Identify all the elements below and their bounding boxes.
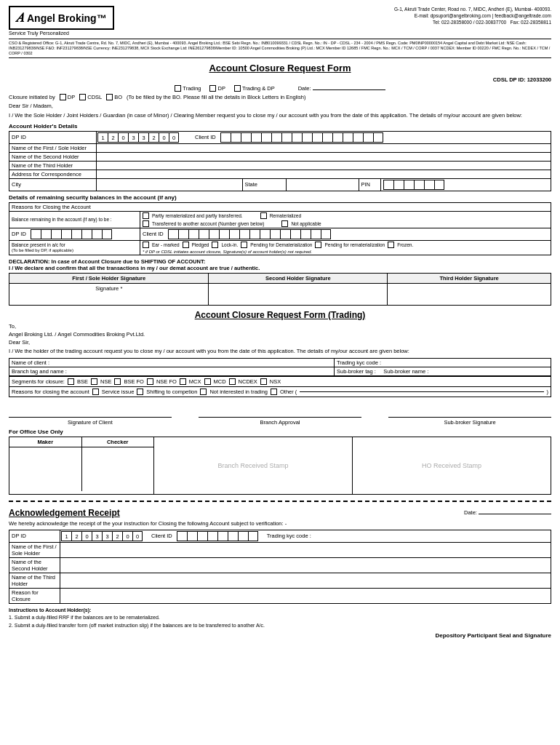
city-state-inner: State PIN <box>97 179 551 191</box>
signature-row: Signature of Client Branch Approval Sub-… <box>9 403 551 426</box>
checkbox-trading-dp[interactable]: Trading & DP <box>234 85 275 92</box>
cb-trading[interactable] <box>175 85 181 92</box>
checkbox-trading[interactable]: Trading <box>175 85 201 92</box>
trading-body: I / We the holder of the trading account… <box>9 347 551 355</box>
ack-reason-row: Reason for Closure <box>9 588 551 603</box>
cb-ncdex[interactable] <box>229 378 236 385</box>
ho-stamp-label: HO Received Stamp <box>422 462 481 469</box>
cb-trading-dp[interactable] <box>234 85 241 92</box>
cb-closure-bo[interactable] <box>106 94 113 100</box>
instruction-2: 2. Submit a duly-filled transfer form (o… <box>9 623 265 628</box>
sig-second-header: Second Holder Signature <box>209 273 388 283</box>
first-holder-label: Name of the First / Sole Holder <box>9 143 97 152</box>
cb-bsefo[interactable] <box>114 378 121 385</box>
sub-broker-name-label: Sub-broker name : <box>383 368 428 375</box>
cb-lockin[interactable] <box>212 242 218 248</box>
city-value[interactable] <box>97 179 242 191</box>
reasons-closing-label: Reasons for closing the account <box>12 389 89 395</box>
ack-cid-b7 <box>238 531 248 541</box>
state-value[interactable] <box>286 179 359 191</box>
date-input-line[interactable] <box>313 89 385 90</box>
cb-closure-dp[interactable] <box>60 94 66 100</box>
cb-mcx[interactable] <box>180 378 186 385</box>
cb-frozen[interactable] <box>388 242 394 248</box>
ack-first-holder-value[interactable] <box>60 542 551 557</box>
dp-box-7: 0 <box>159 132 169 143</box>
dp-box-8: 0 <box>169 132 179 143</box>
cid2-b14 <box>300 229 311 239</box>
maker-label: Maker <box>9 437 82 447</box>
cid2-b10 <box>260 229 270 239</box>
ack-third-holder-row: Name of the Third Holder <box>9 573 551 588</box>
cb-other[interactable] <box>271 389 277 395</box>
balance-row: Balance remaining in the account (if any… <box>9 211 551 228</box>
office-grid: Maker Checker Branch Received Stamp HO R… <box>9 437 551 495</box>
ack-date: Date: <box>464 509 551 516</box>
checkbox-closure-dp[interactable]: DP <box>60 94 75 100</box>
maker-checker-header: Maker Checker <box>9 437 153 447</box>
dear-trading: Dear Sir, <box>9 339 551 346</box>
cid-box-9 <box>302 132 312 143</box>
checkbox-closure-cdsl[interactable]: CDSL <box>79 94 102 100</box>
reasons-label: Reasons for Closing the Account <box>9 202 551 211</box>
ack-second-holder-value[interactable] <box>60 557 551 573</box>
ack-date-line[interactable] <box>479 514 551 514</box>
ack-third-holder-label: Name of the Third Holder <box>9 573 60 588</box>
second-holder-value[interactable] <box>97 152 551 161</box>
dp-box-6: 2 <box>148 132 159 143</box>
cid-box-6 <box>271 132 281 143</box>
cb-partly[interactable] <box>143 212 149 219</box>
sig-client-line <box>9 403 172 418</box>
ack-second-holder-row: Name of the Second Holder <box>9 557 551 573</box>
cb-bse[interactable] <box>68 378 74 385</box>
cb-dp[interactable] <box>209 85 216 92</box>
cb-closure-cdsl[interactable] <box>79 94 86 100</box>
cb-pending-demat[interactable] <box>241 242 247 248</box>
ack-reason-value[interactable] <box>60 588 551 603</box>
sig-branch: Branch Approval <box>199 403 361 426</box>
sig-subbroker: Sub-broker Signature <box>388 403 551 426</box>
logo-icon: 𝐴 <box>16 10 24 25</box>
cb-pending-remat[interactable] <box>315 242 321 248</box>
cb-nsx[interactable] <box>260 378 267 385</box>
ack-title: Acknowledgement Receipt <box>9 508 120 518</box>
ack-table: DP ID 1 2 0 3 3 2 0 0 Client ID <box>9 530 551 604</box>
second-holder-label: Name of the Second Holder <box>9 152 97 161</box>
pin-label: PIN <box>359 179 380 191</box>
sig-branch-line <box>199 403 361 418</box>
city-label: City <box>9 178 97 191</box>
third-holder-value[interactable] <box>97 161 551 170</box>
client-name-row: Name of client : Trading kyc code : <box>9 358 551 367</box>
cdsl-note: * if DP or CDSL initiates account closur… <box>143 250 548 254</box>
form-type-checkboxes: Trading DP Trading & DP Date: <box>9 85 551 92</box>
cb-remat[interactable] <box>260 212 267 219</box>
cid2-b9 <box>249 229 260 239</box>
other-input-line[interactable] <box>300 391 543 392</box>
instruction-1: 1. Submit a duly-filled RRF if the balan… <box>9 615 160 620</box>
checkbox-dp[interactable]: DP <box>209 85 225 92</box>
cid-box-3 <box>241 132 251 143</box>
cb-mcd[interactable] <box>204 378 211 385</box>
cid2-b6 <box>219 229 229 239</box>
first-holder-value[interactable] <box>97 143 551 152</box>
address-value[interactable] <box>97 170 551 178</box>
trading-form-title: Account Closure Request Form (Trading) <box>9 310 551 320</box>
cb-nsefo[interactable] <box>147 378 153 385</box>
cb-nse[interactable] <box>91 378 97 385</box>
cb-notinterested[interactable] <box>200 389 207 395</box>
pin-box-3 <box>404 180 414 190</box>
sig-client-label: Signature of Client <box>9 419 172 426</box>
acknowledgement-header: Acknowledgement Receipt Date: <box>9 508 551 518</box>
cid2-b5 <box>209 229 219 239</box>
ack-dp-boxes: 1 2 0 3 3 2 0 0 <box>61 531 143 541</box>
cb-shifting[interactable] <box>137 389 143 395</box>
cb-earmarked[interactable] <box>143 242 149 248</box>
cb-notapplicable[interactable] <box>281 220 288 227</box>
checkbox-closure-bo[interactable]: BO <box>106 94 122 100</box>
logo-sub: Service Truly Personalized <box>9 31 69 36</box>
sig-third-header: Third Holder Signature <box>388 273 551 283</box>
cb-service[interactable] <box>92 389 99 395</box>
cb-transferred[interactable] <box>143 220 149 227</box>
ack-third-holder-value[interactable] <box>60 573 551 588</box>
cb-pledged[interactable] <box>183 242 189 248</box>
